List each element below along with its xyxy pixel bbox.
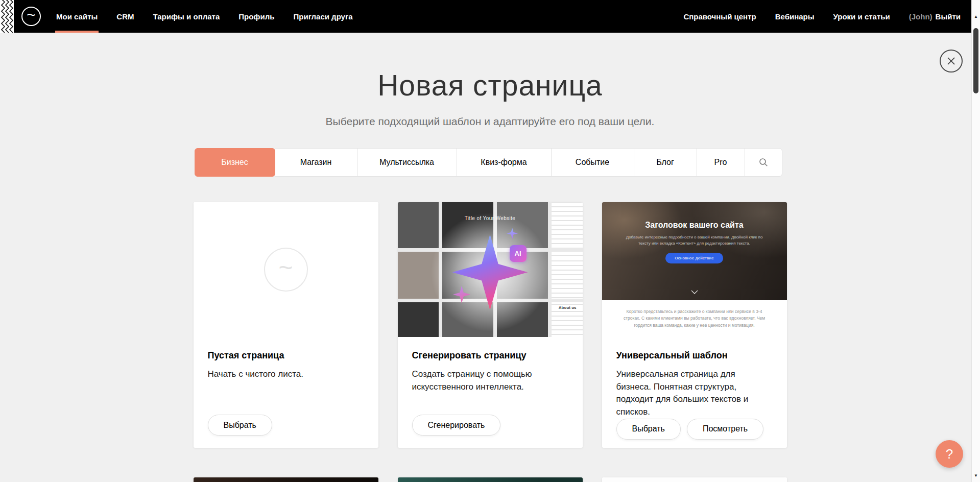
card-body: Универсальный шаблон Универсальная стран… bbox=[602, 337, 787, 448]
preview-body-section: Коротко представьтесь и расскажите о ком… bbox=[602, 300, 787, 337]
generate-button[interactable]: Сгенерировать bbox=[412, 415, 501, 436]
card-description: Универсальная страница для бизнеса. Поня… bbox=[616, 368, 773, 419]
template-preview-image bbox=[398, 477, 583, 482]
nav-logout[interactable]: (John) Выйти bbox=[908, 0, 962, 33]
tab-blog[interactable]: Блог bbox=[634, 148, 697, 177]
preview-body-text: Коротко представьтесь и расскажите о ком… bbox=[618, 308, 771, 329]
universal-template-preview: Заголовок вашего сайта Добавьте интересн… bbox=[602, 202, 787, 337]
tab-quiz-form[interactable]: Квиз-форма bbox=[457, 148, 552, 177]
preview-hero-button: Основное действие bbox=[665, 253, 723, 263]
card-actions: Сгенерировать bbox=[412, 415, 568, 436]
vertical-scrollbar[interactable]: ▲ ▼ bbox=[971, 0, 980, 482]
nav-webinars[interactable]: Вебинары bbox=[774, 0, 816, 33]
nav-tariffs[interactable]: Тарифы и оплата bbox=[152, 0, 221, 33]
nav-my-sites[interactable]: Мои сайты bbox=[55, 0, 99, 33]
card-title: Сгенерировать страницу bbox=[412, 350, 568, 361]
main-menu: Мои сайты CRM Тарифы и оплата Профиль Пр… bbox=[55, 0, 371, 33]
page-subtitle: Выберите подходящий шаблон и адаптируйте… bbox=[0, 115, 980, 128]
select-blank-button[interactable]: Выбрать bbox=[208, 415, 272, 436]
view-universal-button[interactable]: Посмотреть bbox=[687, 419, 763, 440]
top-navigation-bar: ~ Мои сайты CRM Тарифы и оплата Профиль … bbox=[0, 0, 980, 33]
template-card-ai-generate[interactable]: Title of Your Website About us AI Сгенер… bbox=[398, 202, 583, 448]
nav-help-center[interactable]: Справочный центр bbox=[682, 0, 757, 33]
help-button[interactable]: ? bbox=[936, 440, 963, 468]
preview-hero-title: Заголовок вашего сайта bbox=[645, 221, 743, 230]
template-card-blank[interactable]: ~ Пустая страница Начать с чистого листа… bbox=[194, 202, 378, 448]
tab-multilink[interactable]: Мультиссылка bbox=[357, 148, 457, 177]
card-description: Создать страницу с помощью искусственног… bbox=[412, 368, 568, 393]
card-body: Пустая страница Начать с чистого листа. … bbox=[194, 337, 378, 448]
chevron-down-icon bbox=[691, 287, 698, 296]
logout-label: Выйти bbox=[936, 12, 961, 21]
card-body: Сгенерировать страницу Создать страницу … bbox=[398, 337, 583, 448]
tab-event[interactable]: Событие bbox=[551, 148, 634, 177]
search-tab[interactable] bbox=[745, 148, 782, 177]
page-title: Новая страница bbox=[0, 68, 980, 102]
template-preview-image bbox=[194, 477, 378, 482]
scrollbar-thumb[interactable] bbox=[973, 28, 978, 93]
collage-tile bbox=[552, 252, 583, 299]
nav-invite-friend[interactable]: Пригласи друга bbox=[292, 0, 353, 33]
card-actions: Выбрать Посмотреть bbox=[616, 419, 773, 440]
ai-generate-preview: Title of Your Website About us AI bbox=[398, 202, 583, 337]
template-card-partial[interactable] bbox=[602, 477, 787, 482]
nav-lessons[interactable]: Уроки и статьи bbox=[832, 0, 891, 33]
nav-profile[interactable]: Профиль bbox=[237, 0, 275, 33]
tilda-logo[interactable]: ~ bbox=[21, 7, 41, 26]
tab-pro[interactable]: Pro bbox=[697, 148, 745, 177]
template-category-tabs: Бизнес Магазин Мультиссылка Квиз-форма С… bbox=[195, 148, 786, 177]
zigzag-decoration bbox=[0, 0, 14, 33]
collage-tile bbox=[552, 202, 583, 248]
tab-business[interactable]: Бизнес bbox=[195, 148, 275, 177]
tab-shop[interactable]: Магазин bbox=[275, 148, 357, 177]
template-preview-image bbox=[602, 477, 787, 482]
template-cards-grid: ~ Пустая страница Начать с чистого листа… bbox=[194, 202, 787, 448]
template-card-partial[interactable] bbox=[398, 477, 583, 482]
preview-hero-subtitle: Добавьте интересные подробности о вашей … bbox=[625, 234, 764, 247]
card-actions: Выбрать bbox=[208, 415, 364, 436]
tilda-tilde-glyph: ~ bbox=[278, 255, 293, 280]
close-button[interactable] bbox=[940, 50, 963, 73]
scroll-down-arrow[interactable]: ▼ bbox=[972, 473, 980, 478]
tilda-watermark-icon: ~ bbox=[264, 248, 308, 292]
template-card-universal[interactable]: Заголовок вашего сайта Добавьте интересн… bbox=[602, 202, 787, 448]
card-title: Универсальный шаблон bbox=[616, 350, 773, 361]
user-name: (John) bbox=[909, 12, 933, 21]
template-card-partial[interactable] bbox=[194, 477, 378, 482]
ai-badge: AI bbox=[510, 245, 527, 262]
next-template-row bbox=[194, 477, 787, 482]
card-title: Пустая страница bbox=[208, 350, 364, 361]
select-universal-button[interactable]: Выбрать bbox=[616, 419, 681, 440]
secondary-menu: Справочный центр Вебинары Уроки и статьи… bbox=[665, 0, 962, 33]
preview-section-label: About us bbox=[559, 305, 577, 310]
scroll-up-arrow[interactable]: ▲ bbox=[972, 14, 980, 19]
preview-site-title: Title of Your Website bbox=[398, 215, 583, 221]
search-icon bbox=[759, 158, 768, 167]
tilda-tilde-glyph: ~ bbox=[27, 7, 36, 22]
card-description: Начать с чистого листа. bbox=[208, 368, 364, 381]
nav-crm[interactable]: CRM bbox=[115, 0, 135, 33]
blank-page-preview: ~ bbox=[194, 202, 378, 337]
close-icon bbox=[947, 57, 955, 65]
preview-hero: Заголовок вашего сайта Добавьте интересн… bbox=[602, 202, 787, 300]
